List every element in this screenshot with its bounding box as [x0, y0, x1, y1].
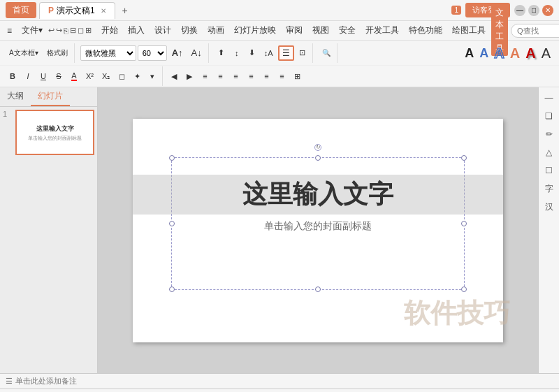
handle-bl[interactable]: [169, 286, 175, 292]
align-right-button[interactable]: ≡: [228, 68, 242, 84]
text-style-shadow[interactable]: A: [525, 46, 535, 60]
menu-review[interactable]: 审阅: [282, 23, 307, 38]
left-panel: 大纲 幻灯片 1 这里输入文字 单击输入您的封面副标题: [0, 87, 98, 373]
cut-icon[interactable]: ⊟: [70, 25, 76, 36]
text-overflow-button[interactable]: ⊡: [296, 45, 310, 61]
text-style-plain[interactable]: A: [542, 46, 551, 60]
align-middle-button[interactable]: ↕: [230, 45, 244, 61]
align-center-button[interactable]: ≡: [213, 68, 227, 84]
text-effects-button[interactable]: ✦: [130, 68, 144, 84]
undo-icon[interactable]: ↩: [48, 25, 55, 36]
right-panel-text-button[interactable]: 字: [542, 181, 557, 196]
more-format-button[interactable]: ▾: [145, 68, 159, 84]
new-tab-button[interactable]: +: [118, 3, 132, 17]
font-decrease-button[interactable]: A↓: [188, 45, 205, 61]
slide-panel: 1 这里输入文字 单击输入您的封面副标题: [0, 107, 97, 373]
tab-close-icon[interactable]: ✕: [101, 7, 106, 15]
notification-badge[interactable]: 1: [451, 6, 461, 15]
redo-icon[interactable]: ↪: [56, 25, 62, 36]
tab-outline[interactable]: 大纲: [0, 87, 31, 106]
tab-slides[interactable]: 幻灯片: [31, 87, 70, 106]
slide-canvas[interactable]: ↻ 这里输入文字 单击输入您的封面副标题: [133, 119, 503, 342]
home-button[interactable]: 首页: [6, 2, 36, 18]
text-columns-button[interactable]: ☰: [278, 45, 294, 61]
rotate-handle[interactable]: ↻: [314, 144, 321, 151]
right-panel-shape-button[interactable]: △: [542, 145, 557, 160]
handle-tl[interactable]: [169, 155, 175, 161]
menu-slideshow[interactable]: 幻灯片放映: [230, 23, 280, 38]
numbering-button[interactable]: ⊞: [290, 68, 304, 84]
font-increase-button[interactable]: A↑: [168, 45, 187, 61]
text-border-button[interactable]: ◻: [115, 68, 129, 84]
maximize-button[interactable]: □: [528, 5, 539, 16]
slide-number: 1: [3, 110, 13, 118]
paragraph-group: ◀ ▶ ≡ ≡ ≡ ≡ ≡ ≡ ⊞: [164, 66, 307, 86]
strikethrough-button[interactable]: S: [52, 68, 66, 84]
right-panel-edit-button[interactable]: ✏: [542, 126, 557, 142]
right-panel-frame-button[interactable]: ☐: [542, 163, 557, 178]
line-spacing-button[interactable]: ≡: [259, 68, 273, 84]
font-color-button[interactable]: A: [67, 68, 81, 84]
font-size-select[interactable]: 60: [138, 45, 167, 61]
handle-br[interactable]: [461, 286, 467, 292]
text-frame-button[interactable]: A 文本框▾: [6, 45, 42, 61]
menu-insert[interactable]: 插入: [124, 23, 149, 38]
text-style-gradient[interactable]: A: [510, 46, 520, 60]
format-group: B I U S A X² X₂ ◻ ✦ ▾: [3, 66, 163, 86]
menu-design[interactable]: 设计: [150, 23, 175, 38]
font-family-select[interactable]: 微软雅黑: [80, 45, 136, 61]
format-icon[interactable]: ⊞: [85, 25, 92, 36]
menu-bar: ≡ 文件▾ ↩ ↪ ⎘ ⊟ ◻ ⊞ 开始 插入 设计 切换 动画 幻灯片放映 审…: [0, 21, 559, 41]
menu-draw[interactable]: 绘图工具: [448, 23, 490, 38]
menu-special[interactable]: 特色功能: [405, 23, 447, 38]
menu-view[interactable]: 视图: [308, 23, 333, 38]
underline-button[interactable]: U: [36, 68, 50, 84]
document-tab[interactable]: P 演示文稿1 ✕: [39, 2, 115, 19]
find-replace-button[interactable]: 🔍: [319, 45, 334, 61]
format-brush-button[interactable]: 格式刷: [43, 45, 71, 61]
search-input[interactable]: [511, 24, 559, 38]
menu-security[interactable]: 安全: [335, 23, 360, 38]
right-panel-layers-button[interactable]: ❏: [542, 108, 557, 124]
format-brush-label: 格式刷: [47, 48, 68, 58]
note-hint[interactable]: 单击此处添加备注: [15, 376, 77, 386]
align-top-button[interactable]: ⬆: [215, 45, 228, 61]
paste-icon[interactable]: ◻: [78, 25, 84, 36]
right-panel-crop-button[interactable]: —: [542, 90, 557, 106]
window-controls: — □ ✕: [514, 5, 553, 16]
text-style-bold[interactable]: A: [479, 47, 488, 59]
subscript-button[interactable]: X₂: [99, 68, 113, 84]
text-style-normal[interactable]: A: [465, 47, 474, 59]
title-bar-left: 首页 P 演示文稿1 ✕ +: [6, 2, 132, 19]
handle-tc[interactable]: [315, 155, 321, 161]
bullets-button[interactable]: ≡: [275, 68, 289, 84]
close-button[interactable]: ✕: [542, 5, 553, 16]
list-item: 1 这里输入文字 单击输入您的封面副标题: [3, 110, 94, 155]
menu-file[interactable]: 文件▾: [17, 23, 47, 38]
slide-thumbnail[interactable]: 这里输入文字 单击输入您的封面副标题: [15, 110, 94, 155]
menu-start[interactable]: 开始: [97, 23, 122, 38]
handle-bc[interactable]: [315, 286, 321, 292]
canvas-area[interactable]: ↻ 这里输入文字 单击输入您的封面副标题 软件技巧: [98, 87, 538, 373]
handle-tr[interactable]: [461, 155, 467, 161]
text-direction-button[interactable]: ↕A: [261, 45, 277, 61]
slide-main-text[interactable]: 这里输入文字: [133, 175, 503, 215]
menu-devtools[interactable]: 开发工具: [361, 23, 403, 38]
minimize-button[interactable]: —: [514, 5, 525, 16]
justify-button[interactable]: ≡: [244, 68, 258, 84]
align-left-button[interactable]: ≡: [198, 68, 212, 84]
menu-transition[interactable]: 切换: [177, 23, 202, 38]
text-style-outline[interactable]: A: [494, 46, 504, 60]
italic-button[interactable]: I: [21, 68, 35, 84]
right-panel-char-button[interactable]: 汉: [542, 199, 557, 215]
slide-thumb-sub: 单击输入您的封面副标题: [28, 135, 82, 142]
menu-hamburger[interactable]: ≡: [3, 24, 16, 37]
menu-animation[interactable]: 动画: [203, 23, 228, 38]
bold-button[interactable]: B: [6, 68, 20, 84]
align-bottom-button[interactable]: ⬇: [245, 45, 259, 61]
copy-icon[interactable]: ⎘: [64, 25, 68, 36]
highlight-button[interactable]: X²: [82, 68, 97, 84]
increase-indent-button[interactable]: ▶: [182, 68, 196, 84]
decrease-indent-button[interactable]: ◀: [167, 68, 181, 84]
slide-sub-text[interactable]: 单击输入您的封面副标题: [133, 220, 503, 233]
